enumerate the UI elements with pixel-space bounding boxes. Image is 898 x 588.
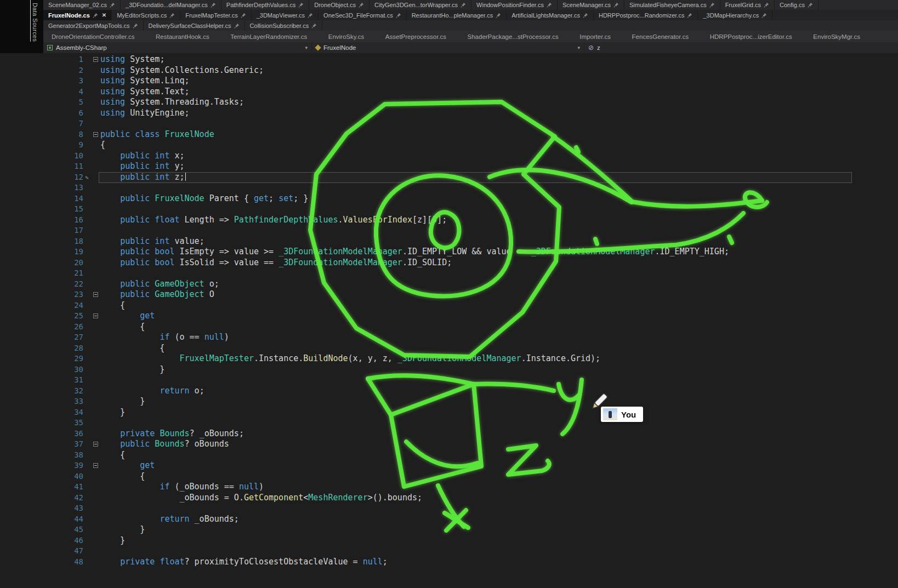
code-editor[interactable]: 1using System;2using System.Collections.… <box>0 53 898 588</box>
pin-icon[interactable] <box>709 2 715 8</box>
code-line-35[interactable]: 35 <box>0 418 898 429</box>
pin-icon[interactable] <box>547 2 552 8</box>
pin-icon[interactable] <box>613 2 619 8</box>
tab-EnviroSky.cs[interactable]: EnviroSky.cs <box>323 31 370 42</box>
tab-SimulatedFisheyeCamera.cs[interactable]: SimulatedFisheyeCamera.cs <box>624 0 720 10</box>
code-line-15[interactable]: 15 <box>0 204 898 215</box>
code-line-46[interactable]: 46 } <box>0 535 898 546</box>
tab-CollisionSubscriber.cs[interactable]: CollisionSubscriber.cs <box>245 20 323 31</box>
code-line-27[interactable]: 27 if (o == null) <box>0 332 898 343</box>
type-dropdown[interactable]: FruxelNode ▾ <box>312 42 584 53</box>
pin-icon[interactable] <box>359 2 364 8</box>
code-line-14[interactable]: 14 public FruxelNode Parent { get; set; … <box>0 193 898 204</box>
code-line-37[interactable]: 37 public Bounds? oBounds <box>0 439 898 450</box>
tab-_3DMapViewer.cs[interactable]: _3DMapViewer.cs <box>252 10 319 20</box>
code-line-16[interactable]: 16 public float Length => PathfinderDept… <box>0 215 898 226</box>
tab-MyEditorScripts.cs[interactable]: MyEditorScripts.cs <box>112 10 180 20</box>
pin-icon[interactable] <box>761 13 767 18</box>
code-line-33[interactable]: 33 } <box>0 396 898 407</box>
code-line-9[interactable]: 9{ <box>0 140 898 151</box>
code-line-28[interactable]: 28 { <box>0 343 898 354</box>
code-line-34[interactable]: 34 } <box>0 407 898 418</box>
tab-ShaderPackage...stProcessor.cs[interactable]: ShaderPackage...stProcessor.cs <box>463 31 564 42</box>
tab-FencesGenerator.cs[interactable]: FencesGenerator.cs <box>627 31 694 42</box>
code-line-20[interactable]: 20 public bool IsSolid => value == _3DFo… <box>0 258 898 269</box>
code-line-3[interactable]: 3using System.Linq; <box>0 76 898 87</box>
tab-DeliverySurfaceClassHelper.cs[interactable]: DeliverySurfaceClassHelper.cs <box>144 20 245 31</box>
fold-toggle[interactable] <box>93 132 98 137</box>
code-line-7[interactable]: 7 <box>0 118 898 129</box>
tab-DroneObject.cs[interactable]: DroneObject.cs <box>309 0 370 10</box>
chevron-down-icon[interactable]: ▾ <box>305 45 308 50</box>
pin-icon[interactable] <box>298 2 304 8</box>
code-line-41[interactable]: 41 if (_oBounds == null) <box>0 482 898 493</box>
tab-RestaurantHook.cs[interactable]: RestaurantHook.cs <box>151 31 214 42</box>
tool-window-tab-data-sources[interactable]: Data Sources <box>32 3 38 42</box>
tab-EnviroSkyMgr.cs[interactable]: EnviroSkyMgr.cs <box>808 31 865 42</box>
code-line-44[interactable]: 44 return _oBounds; <box>0 514 898 525</box>
tab-_3DMapHierarchy.cs[interactable]: _3DMapHierarchy.cs <box>698 10 772 20</box>
pin-icon[interactable] <box>211 2 216 8</box>
pin-icon[interactable] <box>308 13 313 18</box>
tab-CityGen3DGen...torWrapper.cs[interactable]: CityGen3DGen...torWrapper.cs <box>370 0 471 10</box>
pin-icon[interactable] <box>93 13 98 18</box>
tab-WindowPositionFinder.cs[interactable]: WindowPositionFinder.cs <box>471 0 558 10</box>
tab-DroneOrientationController.cs[interactable]: DroneOrientationController.cs <box>47 31 140 42</box>
code-line-42[interactable]: 42 _oBounds = O.GetComponent<MeshRendere… <box>0 493 898 504</box>
tab-AssetPreprocessor.cs[interactable]: AssetPreprocessor.cs <box>380 31 451 42</box>
fold-toggle[interactable] <box>93 442 98 447</box>
code-line-45[interactable]: 45 } <box>0 524 898 535</box>
code-line-26[interactable]: 26 { <box>0 322 898 333</box>
code-line-47[interactable]: 47 <box>0 546 898 557</box>
code-line-30[interactable]: 30 } <box>0 364 898 375</box>
tab-HDRPPostproc...Randomizer.cs[interactable]: HDRPPostproc...Randomizer.cs <box>594 10 698 20</box>
code-line-19[interactable]: 19 public bool IsEmpty => value >= _3DFo… <box>0 247 898 258</box>
pin-icon[interactable] <box>461 2 466 8</box>
tab-Generator2ExportMapTools.cs[interactable]: Generator2ExportMapTools.cs <box>43 20 144 31</box>
code-line-40[interactable]: 40 { <box>0 471 898 482</box>
pin-icon[interactable] <box>808 2 813 8</box>
code-line-2[interactable]: 2using System.Collections.Generic; <box>0 65 898 76</box>
code-line-38[interactable]: 38 { <box>0 450 898 461</box>
code-line-32[interactable]: 32 return o; <box>0 386 898 397</box>
code-line-43[interactable]: 43 <box>0 503 898 514</box>
code-line-12[interactable]: 12✎ public int z; <box>0 172 898 183</box>
pin-icon[interactable] <box>234 23 240 28</box>
pin-icon[interactable] <box>583 13 588 18</box>
code-line-10[interactable]: 10 public int x; <box>0 151 898 162</box>
tab-FruxelNode.cs[interactable]: FruxelNode.cs✕ <box>43 10 112 20</box>
tab-SceneManager_02.cs[interactable]: SceneManager_02.cs <box>43 0 121 10</box>
tab-FruxelGrid.cs[interactable]: FruxelGrid.cs <box>720 0 775 10</box>
pin-icon[interactable] <box>496 13 501 18</box>
pin-icon[interactable] <box>396 13 401 18</box>
pin-icon[interactable] <box>169 13 175 18</box>
code-line-18[interactable]: 18 public int value; <box>0 236 898 247</box>
code-line-39[interactable]: 39 get <box>0 460 898 471</box>
code-line-23[interactable]: 23 public GameObject O <box>0 289 898 300</box>
code-line-17[interactable]: 17 <box>0 225 898 236</box>
pin-icon[interactable] <box>311 23 317 28</box>
pin-icon[interactable] <box>687 13 692 18</box>
tab-RestaurantHo...pleManager.cs[interactable]: RestaurantHo...pleManager.cs <box>407 10 507 20</box>
tab-FruxelMapTester.cs[interactable]: FruxelMapTester.cs <box>180 10 251 20</box>
fold-toggle[interactable] <box>93 313 98 318</box>
code-line-6[interactable]: 6using UnityEngine; <box>0 108 898 119</box>
code-line-22[interactable]: 22 public GameObject o; <box>0 279 898 290</box>
code-line-5[interactable]: 5using System.Threading.Tasks; <box>0 97 898 108</box>
fold-toggle[interactable] <box>93 463 98 468</box>
code-line-4[interactable]: 4using System.Text; <box>0 87 898 98</box>
pin-icon[interactable] <box>110 2 115 8</box>
tab-SceneManager.cs[interactable]: SceneManager.cs <box>558 0 624 10</box>
tab-PathfinderDepthValues.cs[interactable]: PathfinderDepthValues.cs <box>221 0 309 10</box>
code-line-11[interactable]: 11 public int y; <box>0 161 898 172</box>
fold-toggle[interactable] <box>93 292 98 297</box>
code-line-24[interactable]: 24 { <box>0 300 898 311</box>
close-icon[interactable]: ✕ <box>102 12 106 18</box>
code-line-36[interactable]: 36 private Bounds? _oBounds; <box>0 429 898 439</box>
code-line-13[interactable]: 13 <box>0 182 898 193</box>
code-line-25[interactable]: 25 get <box>0 311 898 322</box>
tab-ArtificialLightsManager.cs[interactable]: ArtificialLightsManager.cs <box>507 10 594 20</box>
code-line-1[interactable]: 1using System; <box>0 54 898 65</box>
tab-Config.cs[interactable]: Config.cs <box>775 0 819 10</box>
tab-OneSec3D_FileFormat.cs[interactable]: OneSec3D_FileFormat.cs <box>319 10 407 20</box>
